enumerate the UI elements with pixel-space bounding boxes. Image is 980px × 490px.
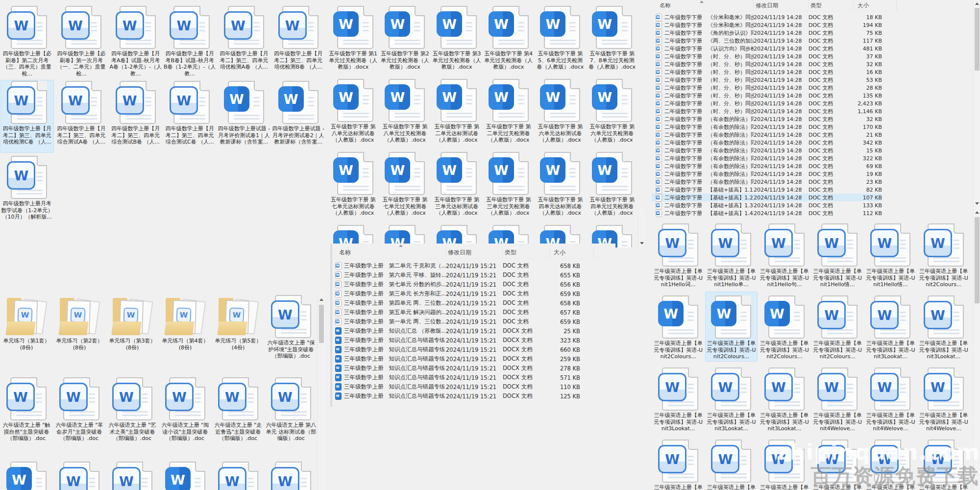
- file-item[interactable]: W三年级英语上册【单元专项训练】英语-Unit3Lookat...: [917, 291, 970, 363]
- file-row[interactable]: W二年级数学下册【基础+拔高】1.2用竖...2024/11/19 14:28D…: [652, 194, 882, 201]
- file-item[interactable]: W四年级数学上册【月考二】第三、四单元培优检测C卷 （人...: [0, 79, 54, 154]
- file-item[interactable]: W三年级英语上册【单元专项训练】英语-Unit4Welove...: [811, 363, 864, 435]
- file-item[interactable]: W五年级数学下册 第八单元达标测试卷（人教版）.docx: [327, 77, 379, 150]
- file-row[interactable]: W三年级数学上册知识点汇总 （苏教版...2024/11/19 15:21DOC…: [332, 326, 580, 336]
- file-row[interactable]: W三年级数学上册知识点汇总与错题专练 ...2024/11/19 15:21DO…: [332, 392, 580, 401]
- file-row[interactable]: W二年级数学下册《分米和毫米》同步检...2024/11/19 14:28DOC…: [652, 21, 882, 29]
- file-item[interactable]: W五年级数学下册 第四单元达标测试卷（人教版）.docx: [535, 150, 587, 223]
- file-row[interactable]: W二年级数学下册（有余数的除法）同步...2024/11/19 14:28DOC…: [652, 178, 882, 186]
- file-item[interactable]: W: [53, 460, 106, 490]
- file-item[interactable]: W四年级数学上册试题 - 月考评价测试卷1｜人教新课标（含答案...: [217, 79, 271, 154]
- file-item[interactable]: W六年级语文上册 "革命岁月"主题突破卷（部编版）.doc: [53, 375, 106, 460]
- column-header-type[interactable]: 类型: [808, 0, 854, 11]
- folder-item[interactable]: W单元练习（第3套）(8份): [106, 293, 159, 375]
- file-row[interactable]: W三年级数学上册知识点汇总与错题专练 ...2024/11/19 15:21DO…: [332, 382, 580, 392]
- file-item[interactable]: W四年级数学上册【月考二】第三、四单元综合测试C卷 （人...: [163, 79, 217, 154]
- file-item[interactable]: W五年级数学下册 第二单元达标测试卷（人教版）.docx: [431, 77, 483, 150]
- file-item[interactable]: W四年级数学上册试题 - 月考评价测试卷2｜人教新课标（含答案...: [271, 79, 325, 154]
- file-row[interactable]: W三年级数学上册第七单元 分数的初步...2024/11/19 15:21DOC…: [332, 280, 580, 289]
- file-item[interactable]: W四年级数学上册【月考二】第三、四单元综合测试A卷 （人...: [54, 79, 109, 154]
- scrollbar[interactable]: [973, 0, 980, 490]
- file-row[interactable]: W二年级数学下册（有余数的除法）同步...2024/11/19 14:28DOC…: [652, 115, 882, 123]
- file-item[interactable]: W三年级英语上册【单元专项训...: [705, 435, 758, 490]
- file-item[interactable]: W三年级英语上册【单元专项训练】英语-Unit2Colours...: [652, 291, 705, 363]
- file-item[interactable]: W五年级数学下册 第三单元过关检测卷（人教版）.docx: [483, 150, 535, 223]
- file-item[interactable]: W: [212, 460, 265, 490]
- file-item[interactable]: W四年级数学上册【必刷卷】第二次月考（三、四单元）质量检...: [0, 4, 54, 79]
- file-row[interactable]: W二年级数学下册（有余数的除法）同步...2024/11/19 14:28DOC…: [652, 147, 882, 154]
- folder-item[interactable]: W单元练习（第2套）(8份): [53, 293, 106, 375]
- file-item[interactable]: W四年级数学上册月考数学试卷（1-2单元）（10月）（解析版...: [0, 154, 54, 229]
- file-row[interactable]: W三年级数学上册知识点汇总与错题专练 ...2024/11/19 15:21DO…: [332, 345, 580, 354]
- file-item[interactable]: W六年级语文上册 "保护环境"主题突破卷（部编版）.doc: [265, 293, 318, 375]
- file-item[interactable]: W三年级英语上册【单元专项训练】英语-Unit4Welove...: [864, 363, 917, 435]
- file-row[interactable]: W二年级数学下册【基础+拔高】1.1 有...2024/11/19 14:28D…: [652, 186, 882, 194]
- file-item[interactable]: W五年级数学下册 第七单元过关检测卷（人教版）.docx: [379, 150, 431, 223]
- file-item[interactable]: W五年级数学下册 第5、6单元过关检测卷（人教版）.docx: [535, 4, 587, 77]
- column-header-size[interactable]: 大小: [550, 246, 594, 258]
- folder-item[interactable]: W单元练习（第1套）(8份): [0, 293, 53, 375]
- file-item[interactable]: W三年级英语上册【单元专项训练】英语-Unit2Colours...: [758, 291, 811, 363]
- column-header-name[interactable]: 名称: [332, 246, 446, 258]
- file-item[interactable]: W三年级英语上册【单元专项训练】英语-Unit4Welove...: [917, 363, 970, 435]
- file-row[interactable]: W三年级数学上册第四单元 两、三位数...2024/11/19 15:21DOC…: [332, 298, 580, 308]
- file-item[interactable]: W三年级英语上册【单元专项训练】英语-Unit1Hello单...: [705, 219, 758, 291]
- file-item[interactable]: W五年级数学下册 第六单元过关检测卷（人教版）.docx: [586, 77, 638, 150]
- file-row[interactable]: W二年级数学下册（有余数的除法）同步...2024/11/19 14:28DOC…: [652, 170, 882, 178]
- file-item[interactable]: W三年级英语上册【单元专项训练】英语-Unit1Hello情...: [811, 219, 864, 291]
- file-row[interactable]: W二年级数学下册《两、三位数的加法和...2024/11/19 14:28DOC…: [652, 37, 882, 45]
- file-row[interactable]: W二年级数学下册（有余数的除法）同步...2024/11/19 14:28DOC…: [652, 154, 882, 162]
- file-row[interactable]: W二年级数学下册（时、分、秒）同步检...2024/11/19 14:28DOC…: [652, 107, 882, 115]
- scrollbar[interactable]: [318, 293, 325, 490]
- file-row[interactable]: W三年级数学上册第六单元 平移、旋转...2024/11/19 15:21DOC…: [332, 270, 580, 280]
- column-header-type[interactable]: 类型: [503, 246, 550, 258]
- file-item[interactable]: W六年级语文上册 "触摸自然"主题突破卷（部编版）.doc: [0, 375, 53, 460]
- file-row[interactable]: W三年级数学上册第二单元 千克和克（...2024/11/19 15:21DOC…: [332, 261, 580, 270]
- file-item[interactable]: W四年级数学上册【月考B卷】试题-秋月考B卷（1-2单元）-（人教...: [163, 4, 217, 79]
- scroll-up-arrow[interactable]: [318, 296, 325, 303]
- file-row[interactable]: W二年级数学下册（时、分、秒）同步检...2024/11/19 14:28DOC…: [652, 92, 882, 99]
- file-item[interactable]: W五年级数学下册 第2单元过关检测卷（人教版）.docx: [379, 4, 431, 77]
- file-item[interactable]: W三年级英语上册【单元专项训练】英语-Unit1Hello词...: [652, 219, 705, 291]
- file-row[interactable]: W二年级数学下册（时、分、秒）同步检...2024/11/19 14:28DOC…: [652, 60, 882, 68]
- file-item[interactable]: W五年级数学下册 第四单元过关检测卷（人教版）.docx: [586, 150, 638, 223]
- file-row[interactable]: W二年级数学下册《角的初步认识》同步...2024/11/19 14:28DOC…: [652, 29, 882, 37]
- file-row[interactable]: W二年级数学下册（有余数的除法）同步...2024/11/19 14:28DOC…: [652, 131, 882, 139]
- file-item[interactable]: W四年级数学上册【月考二】第三、四单元培优检测B卷 （人...: [271, 4, 325, 79]
- file-item[interactable]: W五年级数学下册 第六单元达标测试卷（人教版）.docx: [535, 77, 587, 150]
- scroll-down-arrow[interactable]: [974, 200, 980, 207]
- file-row[interactable]: W二年级数学下册（时、分、秒）同步检...2024/11/19 14:28DOC…: [652, 68, 882, 76]
- file-row[interactable]: W三年级数学上册知识点汇总与错题专练 ...2024/11/19 15:21DO…: [332, 354, 580, 364]
- file-row[interactable]: W三年级数学上册知识点汇总与错题专练 ...2024/11/19 15:21DO…: [332, 373, 580, 382]
- file-item[interactable]: W四年级数学上册【月考二】第三、四单元综合测试B卷 （人...: [108, 79, 163, 154]
- file-item[interactable]: W三年级英语上册【单元专项训练】英语-Unit3Lookat...: [705, 363, 758, 435]
- file-row[interactable]: W二年级数学下册【基础+拔高】1.4有余...2024/11/19 14:28D…: [652, 209, 882, 217]
- file-row[interactable]: W二年级数学下册（有余数的除法）同步...2024/11/19 14:28DOC…: [652, 162, 882, 170]
- file-row[interactable]: W三年级数学上册第五单元 解决问题的...2024/11/19 15:21DOC…: [332, 308, 580, 317]
- file-row[interactable]: W三年级数学上册知识点汇总与错题专练 ...2024/11/19 15:21DO…: [332, 364, 580, 373]
- file-item[interactable]: W三年级英语上册【单元专项训练】英语-Unit1Hello情...: [864, 219, 917, 291]
- file-item[interactable]: W五年级数学下册 第4单元过关检测卷（人教版）.docx: [483, 4, 535, 77]
- file-row[interactable]: W三年级数学上册第三单元 长方形和正...2024/11/19 15:21DOC…: [332, 289, 580, 298]
- file-item[interactable]: W五年级数学下册 第3单元过关检测卷（人教版）.docx: [431, 4, 483, 77]
- file-item[interactable]: W五年级数学下册 第八单元过关检测卷（人教版）.docx: [379, 77, 431, 150]
- file-row[interactable]: W二年级数学下册（有余数的除法）同步...2024/11/19 14:28DOC…: [652, 123, 882, 131]
- scrollbar-thumb[interactable]: [975, 8, 980, 71]
- file-row[interactable]: W二年级数学下册《认识方向》同步检测...2024/11/19 14:28DOC…: [652, 45, 882, 52]
- file-row[interactable]: W三年级数学上册知识点汇总与错题专练 ...2024/11/19 15:21DO…: [332, 336, 580, 345]
- file-item[interactable]: W五年级数学下册 第三单元达标测试卷（人教版）.docx: [431, 150, 483, 223]
- file-item[interactable]: W四年级数学上册【必刷卷】第一次月考（一、二单元）质量检...: [54, 4, 109, 79]
- folder-item[interactable]: W单元练习（第5套）(4份): [212, 293, 265, 375]
- column-header-size[interactable]: 大小: [854, 0, 897, 11]
- file-row[interactable]: W二年级数学下册（时、分、秒）同步检...2024/11/19 14:28DOC…: [652, 99, 882, 107]
- file-item[interactable]: W六年级语文上册 第八单元 达标测试卷（部编版）.doc: [265, 375, 318, 460]
- file-item[interactable]: W五年级数学下册 第二单元过关检测卷（人教版）.docx: [483, 77, 535, 150]
- file-item[interactable]: W三年级英语上册【单元专项训...: [652, 435, 705, 490]
- file-row[interactable]: W二年级数学下册（时、分、秒）同步检...2024/11/19 14:28DOC…: [652, 84, 882, 92]
- file-item[interactable]: W五年级数学下册 第7、8单元过关检测卷（人教版）.docx: [586, 4, 638, 77]
- file-row[interactable]: W三年级数学上册第一单元 两、三位数...2024/11/19 15:21DOC…: [332, 317, 580, 326]
- scrollbar-thumb[interactable]: [975, 217, 980, 303]
- column-header-date[interactable]: 修改日期: [754, 0, 808, 11]
- column-header-date[interactable]: 修改日期: [446, 246, 503, 258]
- file-item[interactable]: W: [159, 460, 212, 490]
